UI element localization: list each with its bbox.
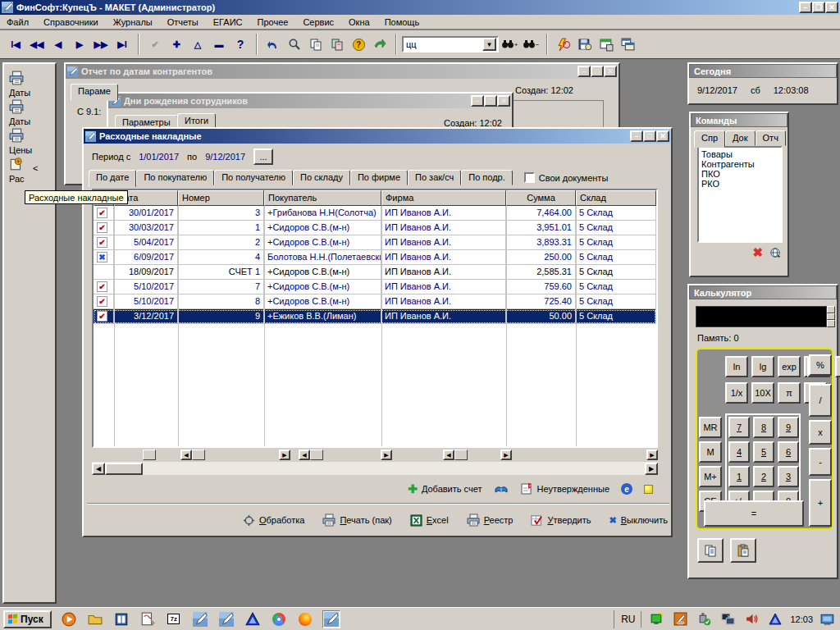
nav-last-button[interactable]: ▶Ι bbox=[112, 34, 133, 54]
tray-network-icon[interactable] bbox=[719, 610, 737, 628]
calc-1-button[interactable]: 1 bbox=[728, 466, 750, 487]
taskbar-firefox-icon[interactable] bbox=[296, 610, 314, 628]
language-indicator[interactable]: RU bbox=[621, 614, 635, 625]
menu-service[interactable]: Сервис bbox=[303, 17, 334, 27]
tab-reports[interactable]: Отч bbox=[756, 130, 786, 146]
minimize-button[interactable]: – bbox=[799, 2, 812, 13]
scroll-left-icon[interactable]: ◀ bbox=[180, 450, 192, 460]
calculator-display-spinner[interactable] bbox=[827, 306, 835, 327]
dock-item-dates-2[interactable]: Даты bbox=[9, 99, 55, 126]
calc-copy-button[interactable] bbox=[697, 538, 724, 563]
period-picker-button[interactable]: ... bbox=[253, 148, 273, 165]
calc-8-button[interactable]: 8 bbox=[753, 417, 774, 438]
calc-paste-button[interactable] bbox=[730, 538, 756, 563]
command-item-goods[interactable]: Товары bbox=[701, 149, 778, 159]
tray-volume-icon[interactable] bbox=[742, 610, 760, 628]
scroll-right-icon[interactable]: ▶ bbox=[645, 463, 658, 475]
scroll-right-icon[interactable]: ▶ bbox=[381, 450, 392, 460]
find-prev-icon[interactable]: − bbox=[520, 34, 541, 54]
header-sum[interactable]: Сумма bbox=[506, 190, 576, 206]
calc-ln-button[interactable]: ln bbox=[725, 356, 748, 377]
column-scrollbar[interactable] bbox=[143, 450, 156, 460]
maximize-button[interactable]: □ bbox=[591, 66, 604, 77]
close-button[interactable]: ✕ bbox=[656, 130, 669, 142]
taskbar-7zip-icon[interactable]: 7z bbox=[165, 610, 183, 628]
delete-command-icon[interactable]: ✖ bbox=[752, 245, 763, 260]
header-buyer[interactable]: Покупатель bbox=[264, 190, 381, 206]
command-item-pko[interactable]: ПКО bbox=[701, 169, 778, 179]
tab-by-division[interactable]: По подр. bbox=[461, 170, 513, 185]
e-badge-icon[interactable]: e bbox=[621, 483, 632, 495]
close-button[interactable]: ✕ bbox=[825, 2, 838, 13]
maximize-button[interactable]: □ bbox=[484, 95, 497, 107]
taskbar-active-app-icon[interactable] bbox=[322, 610, 340, 628]
taskbar-book-icon[interactable] bbox=[112, 610, 130, 628]
calc-multiply-button[interactable]: x bbox=[809, 420, 832, 445]
menu-windows[interactable]: Окна bbox=[349, 17, 370, 27]
invoices-window-titlebar[interactable]: Расходные накладные – □ ✕ bbox=[84, 129, 671, 144]
copy-special-icon[interactable] bbox=[326, 34, 348, 54]
scroll-right-icon[interactable]: ▶ bbox=[279, 450, 290, 460]
restore-button[interactable]: ❐ bbox=[812, 2, 825, 13]
copy-icon[interactable] bbox=[305, 34, 326, 54]
scroll-left-icon[interactable]: ◀ bbox=[443, 450, 454, 460]
calc-equals-button[interactable]: = bbox=[704, 500, 804, 527]
tray-finsoft-icon[interactable] bbox=[671, 610, 689, 628]
tab-by-stock[interactable]: По складу bbox=[293, 170, 350, 185]
birthdays-window-titlebar[interactable]: Дни рождения сотрудников – □ ✕ bbox=[108, 94, 512, 108]
column-scrollbar[interactable]: ◀ bbox=[180, 450, 205, 460]
own-documents-checkbox[interactable] bbox=[524, 172, 535, 183]
nav-back-button[interactable]: ◀ bbox=[48, 34, 69, 54]
scroll-right-icon[interactable]: ▶ bbox=[646, 450, 658, 460]
search-icon[interactable] bbox=[284, 34, 305, 54]
commands-list[interactable]: Товары Контрагенты ПКО РКО bbox=[697, 146, 783, 243]
menu-file[interactable]: Файл bbox=[7, 17, 29, 27]
scroll-right-icon[interactable]: ▶ bbox=[500, 450, 512, 460]
calc-7-button[interactable]: 7 bbox=[728, 417, 750, 438]
scroll-left-icon[interactable]: ◀ bbox=[92, 463, 105, 475]
menu-help[interactable]: Помощь bbox=[385, 17, 420, 27]
header-number[interactable]: Номер bbox=[178, 190, 264, 206]
menu-reports[interactable]: Отчеты bbox=[167, 17, 199, 27]
dock-item-invoices[interactable]: < Рас bbox=[9, 157, 55, 184]
period-from-value[interactable]: 1/01/2017 bbox=[139, 152, 179, 162]
taskbar-delphi-icon[interactable] bbox=[244, 610, 262, 628]
invoices-grid[interactable]: Дата Номер Покупатель Фирма Сумма Склад … bbox=[92, 189, 658, 448]
calc-plus-button[interactable]: + bbox=[809, 479, 832, 527]
switch-off-button[interactable]: ✖ Выключить bbox=[609, 515, 668, 526]
close-button[interactable]: ✕ bbox=[497, 95, 510, 107]
calc-9-button[interactable]: 9 bbox=[778, 417, 799, 438]
nav-fast-forward-button[interactable]: ▶▶ bbox=[90, 34, 112, 54]
tab-references[interactable]: Спр bbox=[694, 130, 725, 148]
minimize-button[interactable]: – bbox=[578, 66, 591, 77]
calc-5-button[interactable]: 5 bbox=[753, 441, 774, 463]
taskbar-pdf-icon[interactable] bbox=[139, 610, 157, 628]
cascade-windows-icon[interactable] bbox=[617, 34, 638, 54]
tray-usb-icon[interactable] bbox=[695, 610, 713, 628]
calc-minus-button[interactable]: - bbox=[809, 448, 832, 476]
dock-item-dates-1[interactable]: Даты bbox=[9, 71, 55, 98]
menu-egais[interactable]: ЕГАИС bbox=[213, 17, 243, 27]
tab-documents[interactable]: Док bbox=[725, 130, 756, 146]
quick-search-input[interactable] bbox=[404, 39, 482, 49]
calculator-display[interactable] bbox=[696, 306, 827, 327]
horizontal-scrollbar[interactable]: ◀ ▶ bbox=[92, 462, 658, 475]
maximize-button[interactable]: □ bbox=[643, 130, 656, 142]
dock-collapse-arrow[interactable]: < bbox=[33, 163, 38, 173]
header-firm[interactable]: Фирма bbox=[381, 190, 506, 206]
calc-inverse-button[interactable]: 1/x bbox=[725, 382, 748, 404]
own-documents-checkbox-row[interactable]: Свои документы bbox=[524, 172, 609, 183]
calc-pi-button[interactable]: π bbox=[778, 382, 801, 404]
menu-other[interactable]: Прочее bbox=[258, 17, 289, 27]
tray-remote-icon[interactable] bbox=[647, 610, 665, 628]
nav-fast-back-button[interactable]: ◀◀ bbox=[26, 34, 48, 54]
report-tab-parameters[interactable]: Параме bbox=[71, 84, 118, 101]
calc-mplus-button[interactable]: M+ bbox=[699, 466, 722, 487]
taskbar-chrome-icon[interactable] bbox=[270, 610, 288, 628]
find-next-icon[interactable]: + bbox=[499, 34, 520, 54]
menu-journals[interactable]: Журналы bbox=[113, 17, 153, 27]
approve-button[interactable]: Утвердить bbox=[531, 514, 591, 527]
calc-10x-button[interactable]: 10X bbox=[751, 382, 774, 404]
calc-mr-button[interactable]: MR bbox=[699, 417, 722, 438]
fast-filter-icon[interactable] bbox=[553, 34, 574, 54]
